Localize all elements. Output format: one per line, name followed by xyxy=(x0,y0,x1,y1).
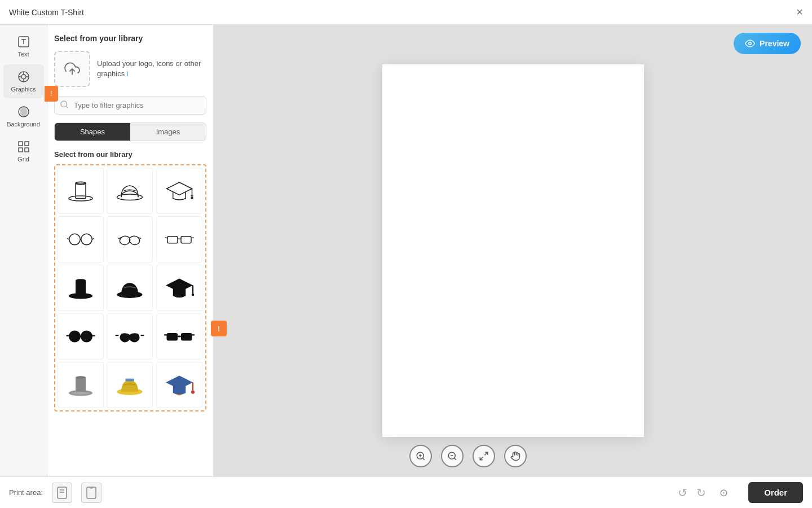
collapse-panel-button[interactable]: ! xyxy=(45,86,58,102)
svg-rect-54 xyxy=(164,334,167,335)
graphic-item-tophat-filled[interactable] xyxy=(58,265,104,311)
svg-point-58 xyxy=(76,376,86,379)
graphic-item-wayfarer-glasses-outline[interactable] xyxy=(156,216,202,262)
svg-rect-55 xyxy=(191,334,195,335)
svg-line-35 xyxy=(191,238,194,238)
redo-button[interactable]: ↻ xyxy=(694,484,708,502)
graphic-item-graduation-cap-blue[interactable] xyxy=(156,362,202,408)
svg-rect-31 xyxy=(167,237,178,243)
svg-rect-10 xyxy=(19,142,23,146)
svg-point-75 xyxy=(749,42,752,45)
svg-line-73 xyxy=(484,452,487,455)
graphics-icon xyxy=(17,70,30,84)
grid-icon xyxy=(17,140,30,154)
filter-input-wrap xyxy=(54,96,206,115)
shapes-toggle-button[interactable]: Shapes xyxy=(55,123,130,141)
sidebar-item-graphics[interactable]: Graphics xyxy=(3,64,44,98)
svg-rect-76 xyxy=(58,487,67,498)
collapse-canvas-button[interactable]: ! xyxy=(211,321,227,336)
svg-point-43 xyxy=(69,331,81,343)
upload-section: Upload your logo, icons or other graphic… xyxy=(54,51,206,87)
svg-rect-62 xyxy=(126,379,134,382)
svg-rect-47 xyxy=(92,335,95,336)
graphic-item-graduation-cap-outline[interactable] xyxy=(156,168,202,214)
svg-marker-63 xyxy=(166,376,193,389)
graphic-item-tophat-outline[interactable] xyxy=(58,168,104,214)
sidebar-text-label: Text xyxy=(17,51,29,58)
graphic-item-aviator-sunglasses-filled[interactable] xyxy=(107,313,153,360)
graphic-item-wayfarer-sunglasses-filled[interactable] xyxy=(156,313,202,360)
svg-point-15 xyxy=(61,101,67,107)
graphics-grid xyxy=(54,164,206,411)
preview-button[interactable]: Preview xyxy=(734,33,801,54)
svg-rect-52 xyxy=(181,333,192,341)
sidebar-item-background[interactable]: Background xyxy=(3,99,44,133)
graphic-item-round-glasses-outline[interactable] xyxy=(58,216,104,262)
svg-line-34 xyxy=(165,238,167,238)
select-our-library-title: Select from our library xyxy=(54,150,206,159)
graphic-item-round-sunglasses-filled[interactable] xyxy=(58,313,104,360)
eye-icon xyxy=(745,38,755,49)
canvas-sheet xyxy=(382,64,644,437)
svg-marker-21 xyxy=(166,182,192,195)
page-title: White Custom T-Shirt xyxy=(9,8,84,17)
svg-rect-32 xyxy=(181,237,191,243)
print-area-label: Print area: xyxy=(9,488,43,497)
order-button[interactable]: Order xyxy=(748,482,803,503)
info-link[interactable]: i xyxy=(127,70,129,78)
svg-rect-12 xyxy=(19,148,23,152)
background-icon xyxy=(17,105,30,119)
search-icon xyxy=(60,100,69,111)
zoom-out-button[interactable] xyxy=(441,445,464,467)
svg-point-4 xyxy=(21,75,26,79)
svg-point-65 xyxy=(191,391,195,394)
svg-marker-40 xyxy=(166,279,193,292)
svg-point-26 xyxy=(69,234,81,245)
text-icon xyxy=(17,35,30,49)
undo-button[interactable]: ↺ xyxy=(676,484,690,502)
bottom-bar: Print area: ↺ ↻ ⊙ Order xyxy=(0,476,812,508)
zoom-in-button[interactable] xyxy=(409,445,432,467)
upload-description: Upload your logo, icons or other graphic… xyxy=(97,59,206,79)
history-button[interactable]: ⊙ xyxy=(717,484,730,501)
svg-rect-13 xyxy=(25,148,29,152)
pan-button[interactable] xyxy=(504,445,527,467)
svg-line-74 xyxy=(480,457,483,460)
svg-point-44 xyxy=(81,331,92,343)
print-thumb-back[interactable] xyxy=(81,483,102,503)
svg-rect-46 xyxy=(67,335,70,336)
print-back-icon xyxy=(85,486,98,500)
svg-point-38 xyxy=(76,279,86,282)
graphic-item-graduation-cap-filled[interactable] xyxy=(156,265,202,311)
sidebar-item-text[interactable]: Text xyxy=(3,29,44,63)
graphic-item-fedora-outline[interactable] xyxy=(107,168,153,214)
images-toggle-button[interactable]: Images xyxy=(130,123,206,141)
close-button[interactable]: × xyxy=(796,6,803,19)
graphic-item-tophat-gray[interactable] xyxy=(58,362,104,408)
fit-button[interactable] xyxy=(473,445,495,467)
print-thumb-front[interactable] xyxy=(52,483,72,503)
svg-rect-79 xyxy=(87,487,96,498)
select-library-title: Select from your library xyxy=(54,34,206,43)
upload-button[interactable] xyxy=(54,51,90,87)
canvas-area xyxy=(214,25,812,476)
svg-point-42 xyxy=(191,294,194,296)
svg-rect-37 xyxy=(76,281,86,296)
svg-point-27 xyxy=(81,234,92,245)
svg-rect-49 xyxy=(141,335,144,336)
icon-sidebar: Text Graphics Background Grid xyxy=(0,25,47,476)
filter-graphics-input[interactable] xyxy=(54,96,206,115)
undo-redo-controls: ↺ ↻ xyxy=(676,484,708,502)
graphic-item-fedora-filled[interactable] xyxy=(107,265,153,311)
graphic-item-fedora-yellow[interactable] xyxy=(107,362,153,408)
svg-rect-57 xyxy=(76,378,86,393)
graphic-item-aviator-glasses-outline[interactable] xyxy=(107,216,153,262)
sidebar-item-grid[interactable]: Grid xyxy=(3,134,44,168)
upload-icon xyxy=(64,61,80,77)
sidebar-grid-label: Grid xyxy=(17,156,29,163)
graphics-panel: Select from your library Upload your log… xyxy=(47,25,214,476)
svg-line-71 xyxy=(454,458,456,459)
svg-rect-45 xyxy=(80,336,82,338)
sidebar-background-label: Background xyxy=(7,121,40,128)
svg-rect-53 xyxy=(178,336,181,338)
